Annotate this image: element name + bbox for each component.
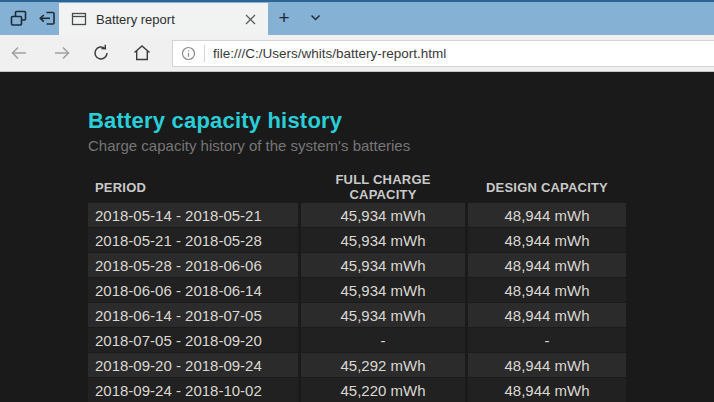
period-cell: 2018-06-14 - 2018-07-05: [88, 303, 298, 327]
header-period: PERIOD: [88, 172, 298, 202]
table-header-row: PERIOD FULL CHARGE CAPACITY DESIGN CAPAC…: [88, 172, 626, 202]
table-row: 2018-09-20 - 2018-09-2445,292 mWh48,944 …: [88, 353, 626, 377]
tab-close-button[interactable]: [238, 7, 262, 31]
period-cell: 2018-05-14 - 2018-05-21: [88, 203, 298, 227]
url-text: file:///C:/Users/whits/battery-report.ht…: [213, 46, 446, 61]
site-info-icon[interactable]: [181, 46, 196, 61]
tab-title: Battery report: [96, 12, 238, 27]
tab-bar: Battery report +: [0, 0, 714, 35]
home-icon: [132, 43, 152, 63]
battery-capacity-table: PERIOD FULL CHARGE CAPACITY DESIGN CAPAC…: [85, 171, 629, 402]
design-capacity-cell: 48,944 mWh: [468, 353, 626, 377]
header-full-charge-capacity: FULL CHARGE CAPACITY: [301, 172, 465, 202]
design-capacity-cell: -: [468, 328, 626, 352]
page-favicon-icon: [71, 11, 87, 27]
refresh-icon: [91, 43, 111, 63]
tabs-set-aside-list-button[interactable]: [7, 7, 29, 29]
address-bar-row: file:///C:/Users/whits/battery-report.ht…: [0, 35, 714, 72]
plus-icon: +: [278, 8, 289, 27]
period-cell: 2018-05-21 - 2018-05-28: [88, 228, 298, 252]
full-charge-capacity-cell: -: [301, 328, 465, 352]
table-row: 2018-05-14 - 2018-05-2145,934 mWh48,944 …: [88, 203, 626, 227]
period-cell: 2018-06-06 - 2018-06-14: [88, 278, 298, 302]
browser-tab-battery-report[interactable]: Battery report: [59, 3, 268, 35]
period-cell: 2018-09-24 - 2018-10-02: [88, 378, 298, 402]
url-field[interactable]: file:///C:/Users/whits/battery-report.ht…: [172, 40, 714, 67]
period-cell: 2018-05-28 - 2018-06-06: [88, 253, 298, 277]
battery-report-page: Battery capacity history Charge capacity…: [0, 72, 714, 402]
full-charge-capacity-cell: 45,934 mWh: [301, 228, 465, 252]
table-row: 2018-05-21 - 2018-05-2845,934 mWh48,944 …: [88, 228, 626, 252]
new-tab-button[interactable]: +: [272, 5, 296, 29]
forward-arrow-icon: [52, 43, 72, 63]
design-capacity-cell: 48,944 mWh: [468, 203, 626, 227]
back-arrow-icon: [9, 43, 29, 63]
full-charge-capacity-cell: 45,934 mWh: [301, 303, 465, 327]
close-icon: [245, 14, 256, 25]
table-row: 2018-05-28 - 2018-06-0645,934 mWh48,944 …: [88, 253, 626, 277]
refresh-button[interactable]: [88, 40, 114, 66]
design-capacity-cell: 48,944 mWh: [468, 278, 626, 302]
tab-list-dropdown-button[interactable]: [303, 5, 327, 29]
page-title: Battery capacity history: [88, 108, 714, 134]
period-cell: 2018-07-05 - 2018-09-20: [88, 328, 298, 352]
design-capacity-cell: 48,944 mWh: [468, 228, 626, 252]
full-charge-capacity-cell: 45,292 mWh: [301, 353, 465, 377]
header-design-capacity: DESIGN CAPACITY: [468, 172, 626, 202]
table-row: 2018-09-24 - 2018-10-0245,220 mWh48,944 …: [88, 378, 626, 402]
chevron-down-icon: [309, 11, 322, 24]
design-capacity-cell: 48,944 mWh: [468, 253, 626, 277]
window-top-border: [0, 0, 714, 2]
forward-button[interactable]: [49, 40, 75, 66]
full-charge-capacity-cell: 45,934 mWh: [301, 203, 465, 227]
design-capacity-cell: 48,944 mWh: [468, 378, 626, 402]
period-cell: 2018-09-20 - 2018-09-24: [88, 353, 298, 377]
stacked-tabs-icon: [9, 9, 28, 28]
full-charge-capacity-cell: 45,934 mWh: [301, 278, 465, 302]
table-row: 2018-07-05 - 2018-09-20--: [88, 328, 626, 352]
set-tabs-aside-button[interactable]: [36, 7, 58, 29]
url-separator: [204, 45, 205, 62]
table-row: 2018-06-06 - 2018-06-1445,934 mWh48,944 …: [88, 278, 626, 302]
design-capacity-cell: 48,944 mWh: [468, 303, 626, 327]
home-button[interactable]: [129, 40, 155, 66]
arrow-into-box-icon: [38, 9, 57, 28]
page-subtitle: Charge capacity history of the system's …: [88, 137, 714, 154]
table-row: 2018-06-14 - 2018-07-0545,934 mWh48,944 …: [88, 303, 626, 327]
full-charge-capacity-cell: 45,220 mWh: [301, 378, 465, 402]
full-charge-capacity-cell: 45,934 mWh: [301, 253, 465, 277]
back-button[interactable]: [6, 40, 32, 66]
